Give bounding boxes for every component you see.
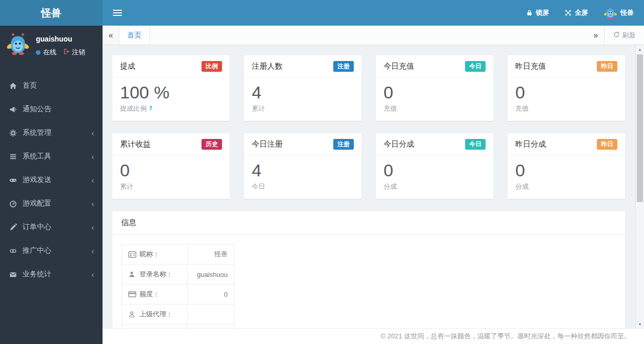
info-value: 0	[188, 285, 234, 305]
info-label: 登录名称：	[139, 270, 173, 279]
chevron-left-icon: ‹	[91, 270, 94, 279]
vertical-scrollbar[interactable]: ▲ ▼	[635, 45, 644, 328]
stat-card-today-registered: 今日注册 注册 4 今日	[244, 133, 361, 199]
info-label: 上级代理：	[139, 310, 173, 319]
info-label: 昵称：	[139, 250, 159, 259]
card-title: 累计收益	[120, 139, 151, 149]
lock-icon	[526, 9, 533, 16]
logout-button[interactable]: 注销	[63, 48, 85, 57]
stat-card-yesterday-share: 昨日分成 昨日 0 分成	[508, 133, 625, 199]
card-sublabel: 今日	[252, 182, 265, 191]
card-title: 昨日分成	[515, 139, 546, 149]
stat-card-today-recharge: 今日充值 今日 0 充值	[376, 55, 493, 121]
card-sublabel: 累计	[120, 182, 133, 191]
tab-bar: « 首页 » 刷新	[103, 26, 644, 45]
sidebar-menu: 首页 通知公告 系统管理 ‹ 系统工具 ‹ 游戏发送 ‹	[0, 74, 103, 286]
credit-card-icon	[128, 291, 136, 297]
card-sublabel: 分成	[515, 182, 529, 191]
tabbar-spacer	[150, 26, 588, 45]
status-badge: 今日	[465, 61, 486, 72]
dashboard-icon	[8, 200, 17, 208]
table-row-clipped	[122, 325, 234, 329]
stat-cards-row-1: 提成 比例 100 % 提成比例 注册人数 注册	[112, 55, 625, 121]
sign-out-icon	[63, 48, 70, 56]
tabs-scroll-right-button[interactable]: »	[588, 26, 604, 45]
stat-cards-row-2: 累计收益 历史 0 累计 今日注册 注册 4 今日	[112, 133, 625, 199]
card-value: 0	[384, 82, 486, 103]
table-row: 额度： 0	[122, 285, 234, 305]
stat-card-commission: 提成 比例 100 % 提成比例	[112, 55, 230, 121]
chevron-left-icon: ‹	[91, 223, 94, 232]
refresh-button[interactable]: 刷新	[604, 26, 644, 45]
sidebar-item-system-tools[interactable]: 系统工具 ‹	[0, 145, 103, 168]
status-badge: 注册	[333, 139, 354, 150]
admin-dashboard: 怪兽 锁屏 全屏	[0, 0, 644, 344]
list-icon	[8, 153, 17, 160]
info-value: guaishuou	[188, 265, 234, 285]
tabs-scroll-left-button[interactable]: «	[103, 26, 119, 45]
footer: © 2021 这世间，总有一抹颜色，温暖了季节。愿时光深处，每一种欣然都因你而至…	[103, 328, 644, 344]
stat-card-total-earnings: 累计收益 历史 0 累计	[112, 133, 230, 199]
card-sublabel: 累计	[252, 104, 265, 113]
handshake-icon	[8, 247, 17, 255]
status-badge: 昨日	[597, 139, 617, 150]
gear-icon	[8, 129, 17, 137]
status-badge: 昨日	[597, 61, 617, 72]
info-panel: 信息 昵称： 怪兽 登录名称： g	[112, 211, 625, 328]
envelope-icon	[8, 271, 17, 278]
user-menu[interactable]: 怪兽	[603, 6, 634, 20]
gamepad-icon	[8, 176, 17, 184]
card-title: 昨日充值	[515, 62, 546, 71]
stat-card-today-share: 今日分成 今日 0 分成	[376, 133, 493, 199]
sidebar-item-notices[interactable]: 通知公告	[0, 97, 103, 121]
home-icon	[8, 82, 17, 90]
status-badge: 历史	[202, 139, 222, 150]
fullscreen-button[interactable]: 全屏	[565, 8, 588, 17]
card-value: 4	[252, 160, 354, 181]
top-header-bar: 怪兽 锁屏 全屏	[0, 0, 644, 26]
table-row: 昵称： 怪兽	[122, 245, 234, 265]
level-up-icon	[148, 105, 154, 112]
stat-card-yesterday-recharge: 昨日充值 昨日 0 充值	[508, 55, 625, 121]
scroll-down-arrow[interactable]: ▼	[636, 320, 644, 328]
card-title: 今日充值	[384, 62, 414, 71]
sidebar-item-system-management[interactable]: 系统管理 ‹	[0, 121, 103, 145]
sidebar-avatar	[6, 33, 30, 58]
sidebar-item-home[interactable]: 首页	[0, 74, 103, 97]
sidebar-item-game-send[interactable]: 游戏发送 ‹	[0, 168, 103, 192]
info-value	[188, 305, 234, 325]
user-outline-icon	[128, 311, 136, 318]
app-logo[interactable]: 怪兽	[0, 0, 103, 26]
sidebar-username: guaishuou	[36, 35, 85, 43]
megaphone-icon	[8, 106, 17, 113]
sidebar: guaishuou 在线 注销 首页	[0, 26, 103, 344]
sidebar-toggle-button[interactable]	[113, 8, 123, 17]
card-sublabel: 提成比例	[120, 104, 147, 113]
user-icon	[128, 271, 136, 278]
sidebar-item-promotion-center[interactable]: 推广中心 ‹	[0, 239, 103, 262]
footer-text: © 2021 这世间，总有一抹颜色，温暖了季节。愿时光深处，每一种欣然都因你而至…	[380, 332, 631, 340]
sidebar-item-order-center[interactable]: 订单中心 ‹	[0, 215, 103, 239]
table-row: 上级代理：	[122, 305, 234, 325]
sidebar-item-game-config[interactable]: 游戏配置 ‹	[0, 192, 103, 215]
card-value: 0	[515, 160, 617, 181]
refresh-icon	[613, 31, 620, 39]
table-row: 登录名称： guaishuou	[122, 265, 234, 285]
card-sublabel: 充值	[515, 104, 529, 113]
scroll-up-arrow[interactable]: ▲	[636, 45, 644, 53]
fullscreen-icon	[565, 9, 572, 16]
info-panel-title: 信息	[112, 211, 625, 235]
status-badge: 今日	[465, 139, 486, 150]
lock-screen-button[interactable]: 锁屏	[526, 8, 549, 17]
main-area: « 首页 » 刷新 提成 比例 100 % 提成比例	[103, 26, 644, 344]
card-title: 今日分成	[384, 139, 414, 149]
card-title: 今日注册	[252, 139, 283, 149]
card-title: 提成	[120, 62, 135, 71]
sidebar-item-business-stats[interactable]: 业务统计 ‹	[0, 262, 103, 286]
chevron-left-icon: ‹	[91, 199, 94, 208]
chevron-left-icon: ‹	[91, 129, 94, 137]
tab-home[interactable]: 首页	[119, 26, 150, 45]
scrollbar-thumb[interactable]	[637, 54, 643, 202]
user-avatar	[603, 6, 617, 20]
online-status-label: 在线	[43, 48, 56, 57]
